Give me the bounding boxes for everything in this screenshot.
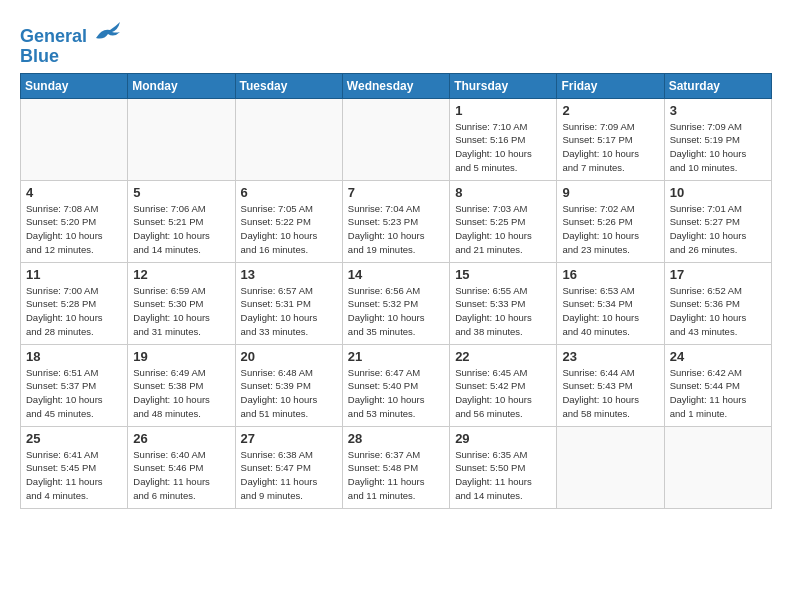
day-number: 2 <box>562 103 658 118</box>
day-info: Sunrise: 6:48 AM Sunset: 5:39 PM Dayligh… <box>241 366 337 421</box>
day-number: 21 <box>348 349 444 364</box>
calendar-cell: 5Sunrise: 7:06 AM Sunset: 5:21 PM Daylig… <box>128 180 235 262</box>
day-number: 17 <box>670 267 766 282</box>
calendar-cell: 6Sunrise: 7:05 AM Sunset: 5:22 PM Daylig… <box>235 180 342 262</box>
logo: General Blue <box>20 20 122 67</box>
calendar-cell: 21Sunrise: 6:47 AM Sunset: 5:40 PM Dayli… <box>342 344 449 426</box>
day-number: 22 <box>455 349 551 364</box>
day-number: 18 <box>26 349 122 364</box>
day-info: Sunrise: 7:05 AM Sunset: 5:22 PM Dayligh… <box>241 202 337 257</box>
day-number: 25 <box>26 431 122 446</box>
day-number: 27 <box>241 431 337 446</box>
logo-general: General <box>20 26 87 46</box>
day-number: 24 <box>670 349 766 364</box>
calendar-cell: 10Sunrise: 7:01 AM Sunset: 5:27 PM Dayli… <box>664 180 771 262</box>
weekday-thursday: Thursday <box>450 73 557 98</box>
calendar-cell <box>664 426 771 508</box>
day-info: Sunrise: 6:51 AM Sunset: 5:37 PM Dayligh… <box>26 366 122 421</box>
week-row-3: 18Sunrise: 6:51 AM Sunset: 5:37 PM Dayli… <box>21 344 772 426</box>
calendar-cell: 4Sunrise: 7:08 AM Sunset: 5:20 PM Daylig… <box>21 180 128 262</box>
page: General Blue SundayMondayTuesdayWednesda… <box>0 0 792 519</box>
day-number: 16 <box>562 267 658 282</box>
calendar-table: SundayMondayTuesdayWednesdayThursdayFrid… <box>20 73 772 509</box>
day-info: Sunrise: 7:02 AM Sunset: 5:26 PM Dayligh… <box>562 202 658 257</box>
week-row-4: 25Sunrise: 6:41 AM Sunset: 5:45 PM Dayli… <box>21 426 772 508</box>
day-info: Sunrise: 7:01 AM Sunset: 5:27 PM Dayligh… <box>670 202 766 257</box>
calendar-cell: 7Sunrise: 7:04 AM Sunset: 5:23 PM Daylig… <box>342 180 449 262</box>
day-info: Sunrise: 6:40 AM Sunset: 5:46 PM Dayligh… <box>133 448 229 503</box>
calendar-cell: 15Sunrise: 6:55 AM Sunset: 5:33 PM Dayli… <box>450 262 557 344</box>
weekday-sunday: Sunday <box>21 73 128 98</box>
day-number: 4 <box>26 185 122 200</box>
calendar-cell: 3Sunrise: 7:09 AM Sunset: 5:19 PM Daylig… <box>664 98 771 180</box>
calendar-cell: 23Sunrise: 6:44 AM Sunset: 5:43 PM Dayli… <box>557 344 664 426</box>
calendar-cell <box>342 98 449 180</box>
day-number: 3 <box>670 103 766 118</box>
weekday-tuesday: Tuesday <box>235 73 342 98</box>
day-info: Sunrise: 6:52 AM Sunset: 5:36 PM Dayligh… <box>670 284 766 339</box>
day-number: 12 <box>133 267 229 282</box>
day-number: 20 <box>241 349 337 364</box>
logo-text: General <box>20 20 122 47</box>
day-number: 1 <box>455 103 551 118</box>
calendar-cell <box>21 98 128 180</box>
day-info: Sunrise: 6:56 AM Sunset: 5:32 PM Dayligh… <box>348 284 444 339</box>
day-info: Sunrise: 6:35 AM Sunset: 5:50 PM Dayligh… <box>455 448 551 503</box>
calendar-cell: 1Sunrise: 7:10 AM Sunset: 5:16 PM Daylig… <box>450 98 557 180</box>
day-info: Sunrise: 6:53 AM Sunset: 5:34 PM Dayligh… <box>562 284 658 339</box>
calendar-cell: 24Sunrise: 6:42 AM Sunset: 5:44 PM Dayli… <box>664 344 771 426</box>
weekday-header-row: SundayMondayTuesdayWednesdayThursdayFrid… <box>21 73 772 98</box>
week-row-1: 4Sunrise: 7:08 AM Sunset: 5:20 PM Daylig… <box>21 180 772 262</box>
day-info: Sunrise: 6:59 AM Sunset: 5:30 PM Dayligh… <box>133 284 229 339</box>
day-number: 14 <box>348 267 444 282</box>
calendar-cell: 29Sunrise: 6:35 AM Sunset: 5:50 PM Dayli… <box>450 426 557 508</box>
day-info: Sunrise: 6:37 AM Sunset: 5:48 PM Dayligh… <box>348 448 444 503</box>
calendar-cell <box>128 98 235 180</box>
day-info: Sunrise: 7:09 AM Sunset: 5:19 PM Dayligh… <box>670 120 766 175</box>
day-info: Sunrise: 7:06 AM Sunset: 5:21 PM Dayligh… <box>133 202 229 257</box>
calendar-cell <box>557 426 664 508</box>
day-info: Sunrise: 6:44 AM Sunset: 5:43 PM Dayligh… <box>562 366 658 421</box>
day-number: 9 <box>562 185 658 200</box>
day-info: Sunrise: 7:00 AM Sunset: 5:28 PM Dayligh… <box>26 284 122 339</box>
day-info: Sunrise: 7:09 AM Sunset: 5:17 PM Dayligh… <box>562 120 658 175</box>
calendar-cell: 22Sunrise: 6:45 AM Sunset: 5:42 PM Dayli… <box>450 344 557 426</box>
day-number: 7 <box>348 185 444 200</box>
calendar-cell: 27Sunrise: 6:38 AM Sunset: 5:47 PM Dayli… <box>235 426 342 508</box>
day-number: 6 <box>241 185 337 200</box>
day-info: Sunrise: 6:45 AM Sunset: 5:42 PM Dayligh… <box>455 366 551 421</box>
day-info: Sunrise: 7:03 AM Sunset: 5:25 PM Dayligh… <box>455 202 551 257</box>
day-number: 10 <box>670 185 766 200</box>
day-info: Sunrise: 6:55 AM Sunset: 5:33 PM Dayligh… <box>455 284 551 339</box>
day-number: 23 <box>562 349 658 364</box>
calendar-cell: 18Sunrise: 6:51 AM Sunset: 5:37 PM Dayli… <box>21 344 128 426</box>
calendar-cell: 17Sunrise: 6:52 AM Sunset: 5:36 PM Dayli… <box>664 262 771 344</box>
calendar-cell: 28Sunrise: 6:37 AM Sunset: 5:48 PM Dayli… <box>342 426 449 508</box>
week-row-2: 11Sunrise: 7:00 AM Sunset: 5:28 PM Dayli… <box>21 262 772 344</box>
logo-blue: Blue <box>20 47 122 67</box>
weekday-wednesday: Wednesday <box>342 73 449 98</box>
calendar-cell: 8Sunrise: 7:03 AM Sunset: 5:25 PM Daylig… <box>450 180 557 262</box>
day-info: Sunrise: 6:42 AM Sunset: 5:44 PM Dayligh… <box>670 366 766 421</box>
day-info: Sunrise: 6:41 AM Sunset: 5:45 PM Dayligh… <box>26 448 122 503</box>
calendar-cell: 26Sunrise: 6:40 AM Sunset: 5:46 PM Dayli… <box>128 426 235 508</box>
calendar-cell <box>235 98 342 180</box>
day-number: 28 <box>348 431 444 446</box>
day-info: Sunrise: 6:38 AM Sunset: 5:47 PM Dayligh… <box>241 448 337 503</box>
calendar-cell: 20Sunrise: 6:48 AM Sunset: 5:39 PM Dayli… <box>235 344 342 426</box>
day-number: 26 <box>133 431 229 446</box>
calendar-cell: 9Sunrise: 7:02 AM Sunset: 5:26 PM Daylig… <box>557 180 664 262</box>
day-number: 15 <box>455 267 551 282</box>
weekday-monday: Monday <box>128 73 235 98</box>
calendar-cell: 14Sunrise: 6:56 AM Sunset: 5:32 PM Dayli… <box>342 262 449 344</box>
calendar-cell: 25Sunrise: 6:41 AM Sunset: 5:45 PM Dayli… <box>21 426 128 508</box>
day-info: Sunrise: 7:04 AM Sunset: 5:23 PM Dayligh… <box>348 202 444 257</box>
day-info: Sunrise: 6:47 AM Sunset: 5:40 PM Dayligh… <box>348 366 444 421</box>
header: General Blue <box>20 16 772 67</box>
day-info: Sunrise: 7:10 AM Sunset: 5:16 PM Dayligh… <box>455 120 551 175</box>
day-number: 19 <box>133 349 229 364</box>
weekday-saturday: Saturday <box>664 73 771 98</box>
logo-bird-icon <box>94 20 122 42</box>
weekday-friday: Friday <box>557 73 664 98</box>
day-number: 13 <box>241 267 337 282</box>
